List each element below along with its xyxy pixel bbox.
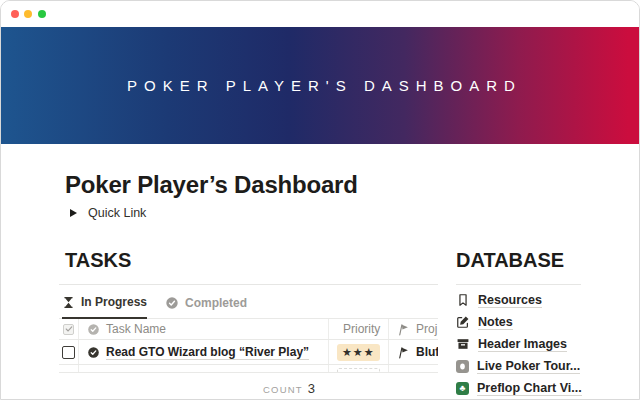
playing-card-gray-icon [456,360,469,373]
database-section: DATABASE Resources Notes [456,248,581,399]
toggle-arrow-icon [70,209,77,217]
database-item-label: Notes [478,315,513,330]
database-item-label: Header Images [478,337,567,352]
flag-icon [397,346,410,359]
page-title[interactable]: Poker Player’s Dashboard [65,171,358,199]
zoom-window-button[interactable] [38,10,46,18]
table-row-clipped [59,365,438,373]
hourglass-icon [62,296,75,309]
tab-completed[interactable]: Completed [165,296,247,318]
database-item-label: Live Poker Tour... [477,359,580,374]
bookmark-icon [456,293,470,307]
quick-link-label: Quick Link [88,206,146,220]
check-circle-icon [165,296,179,310]
priority-placeholder [337,368,380,373]
database-heading: DATABASE [456,248,581,272]
column-header-task-name[interactable]: Task Name [79,319,329,339]
tasks-tabs: In Progress Completed [59,285,438,318]
tasks-heading: TASKS [59,248,438,272]
project-link[interactable]: Bluf [416,345,438,359]
column-header-projects[interactable]: Proj [389,319,438,339]
table-count[interactable]: COUNT3 [59,373,329,397]
table-header-row: Task Name Priority Proj [59,318,438,340]
tasks-section: TASKS In Progress Completed [59,248,438,397]
task-name-link[interactable]: Read GTO Wizard blog “River Play” [106,345,309,360]
task-name-header-label: Task Name [106,322,166,336]
tasks-table: Task Name Priority Proj [59,318,438,397]
quick-link-toggle[interactable]: Quick Link [70,206,146,220]
tab-completed-label: Completed [185,296,247,310]
project-cell[interactable]: Bluf [389,340,438,364]
count-value: 3 [308,381,315,396]
tab-in-progress[interactable]: In Progress [62,295,147,319]
app-window: POKER PLAYER'S DASHBOARD Poker Player’s … [0,0,640,400]
priority-header-label: Priority [343,322,380,336]
priority-stars-badge: ★★★ [337,344,380,361]
database-list: Resources Notes Header Images [456,289,581,399]
database-item-label: Preflop Chart Vi... [477,381,582,396]
check-icon [65,325,73,333]
database-divider [456,284,581,285]
database-item-header-images[interactable]: Header Images [456,333,581,355]
flag-icon [397,323,410,336]
window-titlebar [1,1,639,27]
database-item-preflop-chart[interactable]: ♣ Preflop Chart Vi... [456,377,581,399]
count-label: COUNT [263,384,303,395]
column-header-priority[interactable]: Priority [329,319,389,339]
database-item-live-poker-tour[interactable]: Live Poker Tour... [456,355,581,377]
cover-banner: POKER PLAYER'S DASHBOARD [1,27,640,144]
database-item-notes[interactable]: Notes [456,311,581,333]
task-name-cell[interactable]: Read GTO Wizard blog “River Play” [79,340,329,364]
database-item-label: Resources [478,293,542,308]
select-all-checkbox[interactable] [59,319,79,339]
check-circle-icon [87,346,100,359]
minimize-window-button[interactable] [24,10,32,18]
tab-in-progress-label: In Progress [81,295,147,309]
projects-header-label: Proj [416,322,437,336]
row-checkbox[interactable] [59,340,79,364]
edit-icon [456,315,470,329]
priority-cell[interactable]: ★★★ [329,340,389,364]
archive-icon [456,337,470,351]
database-item-resources[interactable]: Resources [456,289,581,311]
table-row: Read GTO Wizard blog “River Play” ★★★ Bl… [59,340,438,365]
close-window-button[interactable] [11,10,19,18]
playing-card-green-icon: ♣ [456,382,469,395]
banner-title: POKER PLAYER'S DASHBOARD [120,77,522,94]
check-circle-icon [87,323,100,336]
